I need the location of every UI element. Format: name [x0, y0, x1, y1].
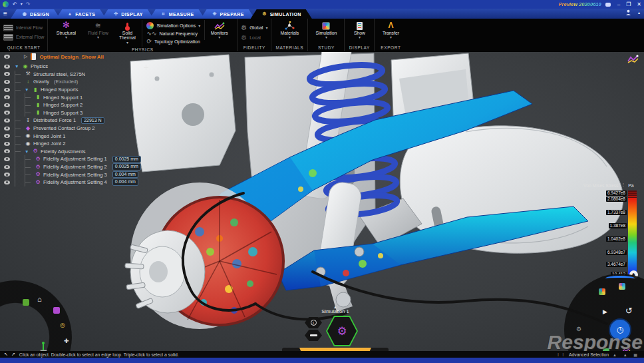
topology-optimization-button[interactable]: ⟳ Topology Optimization: [146, 37, 200, 45]
pan-icon[interactable]: ✚: [64, 338, 69, 344]
study-dropdown-icon[interactable]: ▾: [325, 35, 327, 40]
play-animation-icon[interactable]: ▶: [603, 308, 607, 315]
fidelity-value-field[interactable]: 0.004 mm: [112, 179, 138, 186]
select-cursor-icon[interactable]: ↖: [4, 352, 8, 357]
eye-icon[interactable]: [4, 95, 10, 99]
root-visibility-eye-icon[interactable]: [4, 55, 10, 59]
eye-icon[interactable]: [4, 72, 10, 76]
menu-icon[interactable]: ≡: [0, 9, 11, 19]
materials-dropdown-icon[interactable]: ▾: [289, 35, 291, 40]
fidelity-global-button[interactable]: ⚙ Global ▾: [241, 23, 267, 31]
show-dropdown-icon[interactable]: ▾: [359, 35, 361, 40]
legend-color-bar[interactable]: [628, 190, 637, 274]
camera-icon[interactable]: ◎: [60, 322, 65, 328]
selection-mode-icons[interactable]: ▲ ▲ ▦: [613, 352, 640, 357]
reset-view-icon[interactable]: ↺: [625, 306, 633, 316]
tree-item-fidelity-adjustments[interactable]: ▼ ⚙ Fidelity Adjustments: [0, 148, 153, 156]
results-cube-icon[interactable]: [599, 288, 605, 295]
eye-icon[interactable]: [4, 103, 10, 107]
external-flow-button[interactable]: External Flow: [3, 33, 44, 41]
eye-icon[interactable]: [4, 119, 10, 123]
active-study-hex[interactable]: ⚙: [326, 316, 358, 346]
root-expander-icon[interactable]: ▷: [24, 54, 27, 59]
minimize-button[interactable]: –: [617, 1, 620, 7]
user-account-icon[interactable]: [625, 9, 631, 15]
tree-item-fidelity-setting-2[interactable]: ⚙ Fidelity Adjustment Setting 2 0.0025 m…: [0, 163, 153, 171]
fidelity-value-field[interactable]: 0.0025 mm: [112, 163, 141, 171]
transfer-dropdown-icon[interactable]: ▾: [390, 35, 392, 40]
tree-item-hinged-joint-2[interactable]: ◉ Hinged Joint 2: [0, 140, 153, 148]
mesh-cube-icon[interactable]: [619, 283, 625, 290]
feedback-icon[interactable]: [605, 3, 611, 7]
tree-item-fidelity-setting-4[interactable]: ⚙ Fidelity Adjustment Setting 4 0.004 mm: [0, 179, 153, 186]
expander-icon[interactable]: ▼: [25, 149, 30, 154]
natural-frequency-button[interactable]: ∿∿ Natural Frequency: [146, 29, 200, 37]
collapse-ribbon-icon[interactable]: ▴: [638, 10, 640, 15]
tree-item-gravity[interactable]: ↓ Gravity (Excluded): [0, 78, 153, 86]
study-count-hex[interactable]: 1: [305, 317, 322, 328]
legend-menu-icon[interactable]: ⋮: [621, 182, 626, 188]
fluid-flow-button[interactable]: ≋ Fluid Flow ▾: [83, 20, 112, 40]
eye-icon[interactable]: [4, 149, 10, 153]
eye-icon[interactable]: [4, 165, 10, 169]
simulation-options-dropdown-icon[interactable]: ▾: [198, 23, 200, 28]
expander-icon[interactable]: ▼: [15, 64, 20, 69]
tab-display[interactable]: ✣ DISPLAY: [102, 9, 154, 19]
appearance-cube-icon[interactable]: [53, 307, 60, 314]
tree-item-distributed-force[interactable]: ↧ Distributed Force 1 22913 N: [0, 117, 153, 125]
fidelity-value-field[interactable]: 0.004 mm: [112, 171, 138, 179]
fluid-flow-dropdown-icon[interactable]: ▾: [97, 35, 99, 40]
eye-icon[interactable]: [4, 173, 10, 177]
undo-icon[interactable]: ↶: [13, 1, 17, 7]
eye-icon[interactable]: [4, 181, 10, 184]
paint-select-icon[interactable]: ↗: [11, 352, 15, 357]
arm-bolt[interactable]: [355, 247, 364, 256]
tree-item-hinged-support-3[interactable]: ▮ Hinged Support 3: [0, 109, 153, 117]
show-button[interactable]: Show ▾: [348, 20, 371, 40]
eye-icon[interactable]: [4, 157, 10, 161]
tab-facets[interactable]: ▲ FACETS: [56, 9, 106, 19]
home-view-icon[interactable]: ⌂: [37, 295, 42, 303]
eye-icon[interactable]: [4, 65, 10, 69]
fidelity-local-button[interactable]: ⚙ Local: [241, 33, 261, 41]
tree-item-hinged-supports[interactable]: ▼ ▮ Hinged Supports: [0, 86, 153, 94]
tree-item-prevented-contact[interactable]: ◆ Prevented Contact Group 2: [0, 125, 153, 133]
tree-item-hinged-joint-1[interactable]: ◉ Hinged Joint 1: [0, 132, 153, 140]
tree-item-fidelity-setting-3[interactable]: ⚙ Fidelity Adjustment Setting 3 0.004 mm: [0, 171, 153, 179]
viewport-3d[interactable]: ▷ Optimal Design_Show All ▼ ◉ Physics ⚒ …: [0, 52, 644, 351]
stress-legend[interactable]: Von Mises Stress ⋮ Pa 6.9427e8 2.0804e8 …: [583, 182, 641, 278]
tree-item-hinged-support-2[interactable]: ▮ Hinged Support 2: [0, 101, 153, 109]
fidelity-value-field[interactable]: 0.0025 mm: [112, 156, 141, 163]
internal-flow-button[interactable]: Internal Flow: [3, 24, 43, 32]
redo-icon[interactable]: ↷: [26, 1, 31, 7]
eye-icon[interactable]: [4, 127, 10, 131]
study-collapse-hex[interactable]: [305, 330, 322, 341]
monitors-dropdown-icon[interactable]: ▾: [218, 35, 220, 40]
tree-item-physics[interactable]: ▼ ◉ Physics: [0, 63, 153, 71]
eye-icon[interactable]: [4, 134, 10, 138]
materials-button[interactable]: Materials ▾: [275, 20, 304, 40]
tab-measure[interactable]: ⌗ MEASURE: [150, 9, 205, 19]
tree-item-hinged-support-1[interactable]: ▮ Hinged Support 1: [0, 93, 153, 101]
transfer-button[interactable]: Λ Transfer ▾: [378, 20, 403, 40]
simulation-options-button[interactable]: Simulation Options ▾: [146, 21, 200, 29]
restore-button[interactable]: ❐: [626, 1, 631, 7]
isolate-cube-icon[interactable]: [23, 299, 29, 306]
browser-root-row[interactable]: ▷ Optimal Design_Show All: [0, 53, 104, 61]
expander-icon[interactable]: ▼: [25, 87, 30, 92]
tree-item-fidelity-setting-1[interactable]: ⚙ Fidelity Adjustment Setting 1 0.0025 m…: [0, 155, 153, 163]
solid-thermal-dropdown-icon[interactable]: ▾: [126, 41, 128, 45]
tab-prepare[interactable]: ❊ PREPARE: [201, 9, 255, 19]
advanced-selection-label[interactable]: Advanced Selection: [569, 352, 609, 357]
structural-button[interactable]: ✻ Structural ▾: [51, 20, 80, 40]
document-title[interactable]: Optimal Design_Show All: [39, 54, 104, 60]
solid-thermal-button[interactable]: Solid Thermal ▾: [115, 20, 139, 45]
eye-icon[interactable]: [4, 80, 10, 84]
undo-dropdown-icon[interactable]: ▾: [21, 1, 23, 7]
tree-item-material[interactable]: ⚒ Structural steel, S275N: [0, 71, 153, 79]
close-button[interactable]: ✕: [637, 1, 641, 7]
global-dropdown-icon[interactable]: ▾: [265, 25, 267, 30]
study-simulation-button[interactable]: Simulation ▾: [311, 20, 341, 40]
monitors-button[interactable]: Monitors ▾: [204, 20, 234, 40]
monitors-panel-icon[interactable]: [627, 55, 639, 63]
